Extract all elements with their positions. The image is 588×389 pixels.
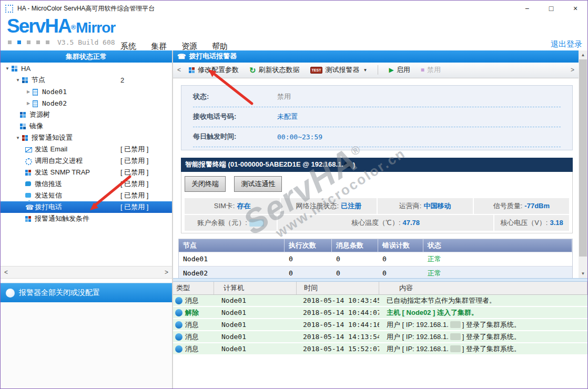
table-row[interactable]: Node02 0 0 0 正常: [179, 266, 572, 278]
expander-closed-icon[interactable]: ▶: [25, 89, 32, 94]
test-alarm-label: 测试报警器: [325, 65, 359, 75]
server-icon: [32, 100, 39, 107]
log-row[interactable]: 消息 Node01 2018-05-14 15:52:07 用户 [ IP: 1…: [173, 343, 587, 355]
tree-item-dial-phone[interactable]: 拨打电话 [ 已禁用 ]: [1, 201, 172, 213]
tree-item-label: 调用自定义进程: [35, 156, 83, 166]
tree-item-label: 微信推送: [35, 179, 62, 189]
expander-open-icon[interactable]: ▼: [4, 66, 11, 71]
main-panel: ☎ 拨打电话报警器 < 修改配置参数 ↻ 刷新状态数据 TEST 测试报警器 ▼: [173, 50, 587, 388]
tree-item-send-sms[interactable]: 发送短信 [ 已禁用 ]: [1, 190, 172, 201]
signal-label: 信号质量:: [493, 201, 523, 211]
tree-item-send-email[interactable]: 发送 Email [ 已禁用 ]: [1, 144, 172, 155]
redacted-ip: [344, 161, 352, 168]
redacted-ip: [450, 333, 461, 340]
toolbar-scroll-right-icon[interactable]: >: [570, 66, 575, 74]
log-time: 2018-05-14 10:44:16: [297, 319, 379, 330]
log-row[interactable]: 消息 Node01 2018-05-14 10:43:45 已自动指定本节点作为…: [173, 295, 587, 307]
log-computer: Node01: [214, 307, 297, 318]
scroll-up-icon[interactable]: ▲: [579, 50, 587, 59]
sidebar-message: 报警器全部关闭或没配置: [19, 288, 100, 298]
logout-link[interactable]: 退出登录: [551, 39, 582, 49]
close-button[interactable]: ×: [563, 1, 587, 16]
refresh-status-button[interactable]: ↻ 刷新状态数据: [245, 64, 304, 76]
tree-item-resource-tree[interactable]: 资源树: [1, 109, 172, 120]
status-badge: [ 已禁用 ]: [120, 202, 148, 212]
tree-item-ha[interactable]: ▼ HA: [1, 63, 172, 74]
log-computer: Node01: [214, 319, 297, 330]
sidebar-horizontal-scrollbar[interactable]: < >: [1, 266, 172, 279]
col-msg-count: 消息条数: [332, 239, 378, 252]
logo-product: Mirror: [76, 19, 115, 36]
test-connectivity-button[interactable]: 测试连通性: [234, 176, 282, 192]
status-badge: [ 已禁用 ]: [120, 156, 148, 166]
maximize-button[interactable]: □: [539, 1, 563, 16]
tree-item-nodes[interactable]: ▼ 节点 2: [1, 74, 172, 86]
receive-number-label: 接收电话号码:: [193, 112, 277, 121]
expander-closed-icon[interactable]: ▶: [25, 101, 32, 106]
tree-item-snmp-trap[interactable]: 发送 SNMP TRAP [ 已禁用 ]: [1, 167, 172, 178]
log-row[interactable]: 消息 Node01 2018-05-14 14:13:54 用户 [ IP: 1…: [173, 331, 587, 343]
tree-item-alarm-settings[interactable]: ▼ 报警通知设置: [1, 132, 172, 144]
network-reg-label: 网络注册状态:: [296, 201, 339, 211]
disable-button[interactable]: ■ 禁用: [417, 64, 445, 76]
alarm-terminal-panel: 智能报警终端 (01-000000-5ABE2D1E @ 192.168.1.)…: [181, 158, 573, 233]
log-time: 2018-05-14 10:43:45: [297, 295, 379, 306]
expander-open-icon[interactable]: ▼: [14, 78, 22, 83]
core-voltage-value: 3.18: [550, 219, 563, 227]
log-type: 消息: [185, 296, 199, 305]
scroll-left-icon[interactable]: <: [4, 269, 8, 276]
daily-trigger-label: 每日触发时间:: [193, 132, 277, 141]
log-time: 2018-05-14 14:13:54: [297, 331, 379, 342]
phone-alarm-icon: ☎: [177, 53, 186, 60]
mirror-icon: [19, 123, 26, 130]
log-time: 2018-05-14 15:52:07: [297, 343, 379, 354]
tree-item-alarm-trigger-conditions[interactable]: 报警通知触发条件: [1, 213, 172, 224]
tree-item-wechat-push[interactable]: 微信推送 [ 已禁用 ]: [1, 178, 172, 190]
toolbar-separator: [378, 65, 378, 75]
status-badge: [ 已禁用 ]: [120, 191, 148, 200]
vertical-scrollbar[interactable]: ▲ ▼: [579, 50, 587, 278]
sim-value: 存在: [237, 201, 250, 211]
error-count: 0: [378, 252, 423, 266]
logo-version-row: V3.5 Build 608: [8, 38, 115, 46]
terminal-info-row2: 账户余额（元）: 核心温度（℃）:47.78 核心电压（V）:3.18: [185, 215, 569, 231]
scroll-down-icon[interactable]: ▼: [579, 269, 587, 278]
toolbar-scroll-left-icon[interactable]: <: [176, 66, 182, 74]
modify-config-button[interactable]: 修改配置参数: [184, 64, 243, 76]
tree-item-custom-process[interactable]: 调用自定义进程 [ 已禁用 ]: [1, 155, 172, 167]
close-terminal-button[interactable]: 关闭终端: [185, 176, 226, 192]
node-name: Node02: [179, 267, 285, 278]
redacted-balance: [249, 219, 264, 227]
scroll-right-icon[interactable]: >: [165, 269, 168, 276]
col-type: 类型: [173, 282, 214, 294]
node-status: 正常: [423, 267, 572, 278]
terminal-title: 智能报警终端 (01-000000-5ABE2D1E @ 192.168.1.: [185, 160, 343, 169]
log-row[interactable]: 消息 Node01 2018-05-14 10:44:16 用户 [ IP: 1…: [173, 319, 587, 331]
logo-name: ServHA: [7, 15, 71, 37]
test-alarm-button[interactable]: TEST 测试报警器 ▼: [306, 64, 372, 76]
log-row[interactable]: 解除 Node01 2018-05-14 10:44:07 主机 [ Node0…: [173, 307, 587, 319]
log-computer: Node01: [214, 295, 297, 306]
scrollbar-thumb[interactable]: [579, 59, 587, 257]
table-row[interactable]: Node01 0 0 0 正常: [179, 252, 572, 266]
sidebar: 集群状态正常 ▼ HA ▼ 节点 2 ▶ Node01: [1, 50, 173, 388]
pane-splitter[interactable]: [173, 278, 587, 282]
error-count: 0: [378, 267, 423, 278]
play-icon: ▶: [389, 66, 393, 74]
status-badge: [ 已禁用 ]: [120, 168, 148, 177]
minimize-button[interactable]: −: [515, 1, 539, 16]
tree-item-node01[interactable]: ▶ Node01: [1, 86, 172, 97]
info-icon: [175, 309, 183, 316]
node-table-header: 节点 执行次数 消息条数 错误计数 状态: [179, 239, 572, 252]
core-voltage-label: 核心电压（V）:: [500, 218, 548, 228]
tree-item-node02[interactable]: ▶ Node02: [1, 97, 172, 109]
expander-open-icon[interactable]: ▼: [14, 136, 22, 140]
resource-tree-icon: [19, 111, 26, 118]
trigger-conditions-icon: [25, 216, 32, 222]
info-icon: [175, 297, 183, 304]
enable-button[interactable]: ▶ 启用: [384, 64, 414, 76]
node-stats-table: 节点 执行次数 消息条数 错误计数 状态 Node01 0 0 0 正常: [178, 239, 573, 278]
tree-item-mirror[interactable]: 镜像: [1, 120, 172, 132]
modify-config-label: 修改配置参数: [198, 65, 239, 75]
phone-icon: [25, 204, 32, 211]
